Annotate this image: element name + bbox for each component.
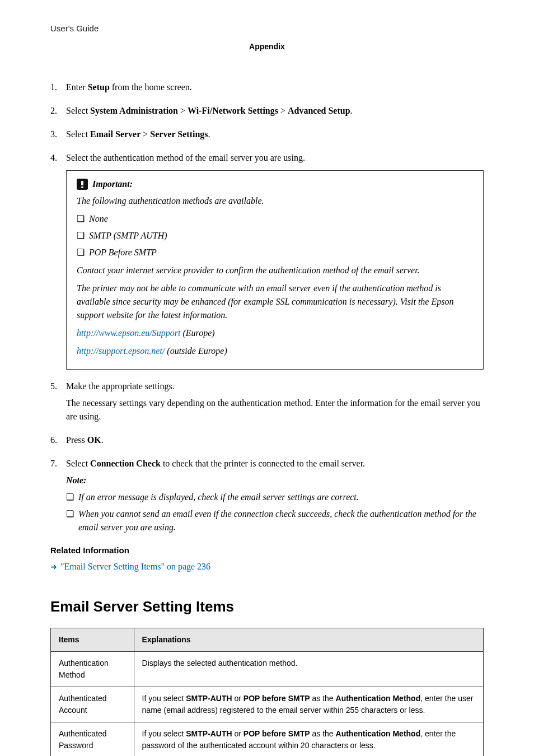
step-3: Select Email Server > Server Settings.: [50, 128, 484, 141]
method-smtp: SMTP (SMTP AUTH): [77, 229, 473, 242]
r2b2: POP before SMTP: [243, 729, 310, 738]
step-6-suffix: .: [101, 435, 104, 445]
cell-expl-1: If you select SMTP-AUTH or POP before SM…: [134, 687, 483, 722]
step-3-s1: >: [140, 129, 150, 139]
r1b1: SMTP-AUTH: [186, 694, 232, 703]
r1b2: POP before SMTP: [243, 694, 310, 703]
step-4-text: Select the authentication method of the …: [66, 153, 305, 162]
note-label: Note:: [66, 475, 86, 485]
step-2-s2: >: [278, 106, 288, 115]
cell-expl-2: If you select SMTP-AUTH or POP before SM…: [134, 722, 483, 757]
header-center: Appendix: [50, 41, 484, 53]
important-methods: None SMTP (SMTP AUTH) POP Before SMTP: [77, 212, 473, 259]
step-3-b2: Server Settings: [150, 129, 208, 139]
related-link-row: ➜ "Email Server Setting Items" on page 2…: [50, 560, 484, 573]
section-title: Email Server Setting Items: [50, 596, 484, 618]
svg-rect-0: [81, 181, 83, 185]
step-5-main: Make the appropriate settings.: [66, 381, 175, 391]
step-7-bold: Connection Check: [90, 459, 161, 468]
step-7-prefix: Select: [66, 459, 90, 468]
step-2-b3: Advanced Setup: [288, 106, 350, 115]
th-items: Items: [51, 628, 134, 652]
step-5: Make the appropriate settings. The neces…: [50, 380, 484, 423]
important-contact: Contact your internet service provider t…: [77, 264, 473, 277]
r2p1: If you select: [142, 729, 186, 738]
r2p3: as the: [310, 729, 336, 738]
steps-list: Enter Setup from the home screen. Select…: [50, 81, 484, 534]
step-3-b1: Email Server: [90, 129, 140, 139]
step-3-suffix: .: [208, 129, 210, 139]
important-warning: The printer may not be able to communica…: [77, 282, 473, 322]
cell-item-2: Authenticated Password: [51, 722, 134, 757]
step-7: Select Connection Check to check that th…: [50, 457, 484, 534]
cell-item-1: Authenticated Account: [51, 687, 134, 722]
step-1-bold: Setup: [88, 82, 110, 92]
table-row: Authenticated Account If you select SMTP…: [51, 687, 484, 722]
r2b1: SMTP-AUTH: [186, 729, 232, 738]
step-2-b2: Wi-Fi/Network Settings: [188, 106, 278, 115]
header-left: User's Guide: [50, 22, 484, 35]
important-icon: [77, 179, 88, 190]
note-list: If an error message is displayed, check …: [66, 491, 484, 534]
svg-rect-1: [81, 186, 83, 188]
step-2-suffix: .: [350, 106, 353, 115]
table-row: Authenticated Password If you select SMT…: [51, 722, 484, 757]
r1p2: or: [232, 694, 243, 703]
related-link[interactable]: "Email Server Setting Items" on page 236: [60, 560, 210, 573]
arrow-icon: ➜: [50, 561, 57, 573]
step-4: Select the authentication method of the …: [50, 151, 484, 370]
important-link1[interactable]: http://www.epson.eu/Support: [77, 328, 180, 338]
important-link1-row: http://www.epson.eu/Support (Europe): [77, 326, 473, 340]
note-1: If an error message is displayed, check …: [66, 491, 484, 504]
r1p1: If you select: [142, 694, 186, 703]
method-none: None: [77, 212, 473, 226]
important-link2[interactable]: http://support.epson.net/: [77, 346, 165, 356]
important-link2-suffix: (outside Europe): [165, 346, 227, 356]
step-6-prefix: Press: [66, 435, 87, 445]
table-header-row: Items Explanations: [51, 628, 484, 652]
r1p3: as the: [310, 694, 336, 703]
important-intro: The following authentication methods are…: [77, 194, 473, 208]
important-link2-row: http://support.epson.net/ (outside Europ…: [77, 344, 473, 358]
table-row: Authentication Method Displays the selec…: [51, 652, 484, 687]
step-5-sub: The necessary settings vary depending on…: [66, 396, 484, 423]
r1b3: Authentication Method: [336, 694, 421, 703]
step-2: Select System Administration > Wi-Fi/Net…: [50, 104, 484, 118]
step-3-prefix: Select: [66, 129, 90, 139]
settings-table: Items Explanations Authentication Method…: [50, 628, 484, 756]
step-6-bold: OK: [87, 435, 101, 445]
cell-expl-0: Displays the selected authentication met…: [134, 652, 483, 687]
important-box: Important: The following authentication …: [66, 170, 484, 370]
step-2-b1: System Administration: [90, 106, 178, 115]
r2p2: or: [232, 729, 243, 738]
method-pop: POP Before SMTP: [77, 246, 473, 259]
th-explanations: Explanations: [134, 628, 483, 652]
note-2: When you cannot send an email even if th…: [66, 507, 484, 534]
step-7-suffix: to check that the printer is connected t…: [161, 459, 365, 468]
important-link1-suffix: (Europe): [180, 328, 214, 338]
step-2-s1: >: [178, 106, 188, 115]
step-2-prefix: Select: [66, 106, 90, 115]
step-1-prefix: Enter: [66, 82, 88, 92]
step-1-suffix: from the home screen.: [110, 82, 192, 92]
important-head: Important:: [77, 178, 473, 191]
important-label: Important:: [92, 178, 133, 191]
cell-item-0: Authentication Method: [51, 652, 134, 687]
step-1: Enter Setup from the home screen.: [50, 81, 484, 94]
step-6: Press OK.: [50, 433, 484, 447]
related-heading: Related Information: [50, 544, 484, 557]
r2b3: Authentication Method: [336, 729, 421, 738]
